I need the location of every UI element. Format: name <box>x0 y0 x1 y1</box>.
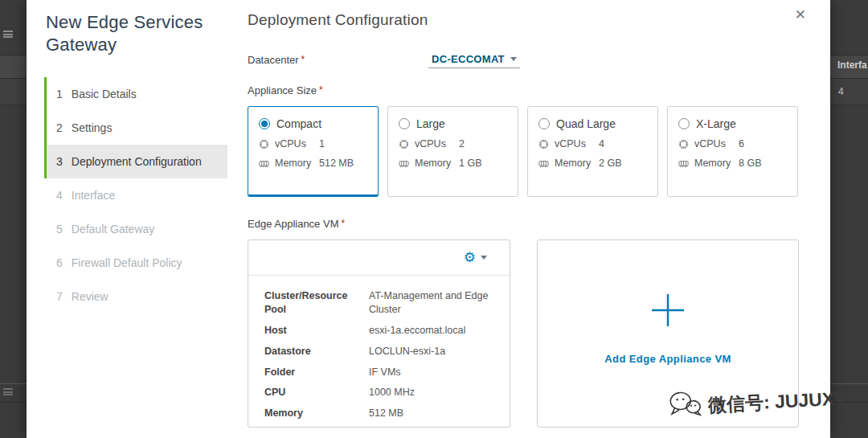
required-marker: * <box>319 84 323 96</box>
vcpus-icon <box>259 139 269 149</box>
background-column-header: Interfa <box>837 59 867 71</box>
step-number: 3 <box>56 155 63 168</box>
step-label: Basic Details <box>72 88 137 100</box>
vm-detail-key: Host <box>264 324 369 338</box>
memory-value: 512 MB <box>319 158 354 169</box>
step-label: Review <box>72 290 108 303</box>
background-menu-icon <box>3 31 13 38</box>
add-edge-vm-label: Add Edge Appliance VM <box>604 353 731 365</box>
memory-icon <box>399 158 409 169</box>
sidebar-step-firewall-default-policy[interactable]: 6 Firewall Default Policy <box>44 246 227 280</box>
vcpus-caption: vCPUs <box>415 138 453 149</box>
chevron-down-icon <box>481 256 487 260</box>
radio-unselected-icon <box>399 118 410 129</box>
sidebar-step-deployment-configuration[interactable]: 3 Deployment Configuration <box>44 145 227 178</box>
step-label: Deployment Configuration <box>72 155 202 168</box>
wizard-steps: 1 Basic Details 2 Settings 3 Deployment … <box>44 77 227 313</box>
appliance-size-label: Appliance Size* <box>248 84 799 96</box>
vm-detail-key: Cluster/Resource Pool <box>264 289 369 317</box>
memory-icon <box>259 158 269 169</box>
vcpus-icon <box>678 139 689 149</box>
edge-vm-card: Cluster/Resource Pool AT-Management and … <box>248 239 510 428</box>
vm-detail-value: 1000 MHz <box>369 386 497 399</box>
edge-appliance-vm-label: Edge Appliance VM* <box>248 218 799 230</box>
sidebar-step-settings[interactable]: 2 Settings <box>44 111 227 145</box>
sidebar-step-default-gateway[interactable]: 5 Default Gateway <box>44 212 227 246</box>
appliance-size-card-large[interactable]: Large vCPUs 2 Memory 1 GB <box>387 106 518 197</box>
vm-detail-key: CPU <box>264 386 369 399</box>
sidebar-step-basic-details[interactable]: 1 Basic Details <box>44 77 227 111</box>
vm-detail-key: Datastore <box>264 345 369 358</box>
vm-detail-row: Datastore LOCLUN-esxi-1a <box>264 345 497 358</box>
size-name: Large <box>416 117 445 130</box>
step-label: Interface <box>72 189 115 202</box>
step-number: 6 <box>56 256 63 269</box>
vm-detail-value: 512 MB <box>369 407 497 420</box>
vm-detail-row: CPU 1000 MHz <box>264 386 497 399</box>
vcpus-value: 6 <box>739 138 744 149</box>
plus-icon <box>649 292 686 332</box>
vm-detail-row: Memory 512 MB <box>264 407 497 420</box>
size-name: Compact <box>276 117 321 130</box>
vcpus-icon <box>399 139 409 149</box>
vm-detail-value: LOCLUN-esxi-1a <box>369 345 497 358</box>
step-number: 1 <box>56 88 63 100</box>
vm-detail-value: esxi-1a.eccomat.local <box>369 324 497 338</box>
step-label: Default Gateway <box>72 223 155 235</box>
memory-value: 1 GB <box>459 158 482 169</box>
vcpus-caption: vCPUs <box>275 138 313 149</box>
wechat-icon <box>668 390 703 424</box>
datacenter-value: DC-ECCOMAT <box>432 53 505 65</box>
vm-actions-button[interactable] <box>464 251 487 264</box>
vm-detail-row: Host esxi-1a.eccomat.local <box>264 324 497 338</box>
wizard-sidebar: New Edge Services Gateway 1 Basic Detail… <box>27 0 227 438</box>
appliance-size-card-x-large[interactable]: X-Large vCPUs 6 Memory 8 GB <box>667 106 798 197</box>
wizard-title: New Edge Services Gateway <box>27 11 227 56</box>
required-marker: * <box>301 54 305 65</box>
wizard-dialog: New Edge Services Gateway 1 Basic Detail… <box>27 0 830 438</box>
radio-unselected-icon <box>538 118 550 129</box>
step-number: 2 <box>56 121 63 134</box>
vcpus-icon <box>538 139 549 149</box>
appliance-size-card-compact[interactable]: Compact vCPUs 1 Memory 512 MB <box>248 106 379 197</box>
memory-icon <box>678 158 689 169</box>
datacenter-select[interactable]: DC-ECCOMAT <box>428 51 520 68</box>
vcpus-value: 2 <box>459 138 465 149</box>
memory-caption: Memory <box>275 158 313 169</box>
appliance-size-options: Compact vCPUs 1 Memory 512 MB Large <box>248 106 799 197</box>
memory-value: 8 GB <box>739 158 762 169</box>
radio-selected-icon <box>259 118 270 129</box>
watermark-text: 微信号: JUJUXV <box>708 386 848 418</box>
vcpus-value: 4 <box>599 138 604 149</box>
vcpus-caption: vCPUs <box>694 138 733 149</box>
vm-detail-value: AT-Management and Edge Cluster <box>369 289 497 317</box>
size-name: X-Large <box>696 117 736 130</box>
background-cell-value: 4 <box>838 86 844 97</box>
step-label: Firewall Default Policy <box>72 256 182 269</box>
step-number: 5 <box>56 223 63 235</box>
gear-icon <box>464 251 476 264</box>
vm-detail-key: Folder <box>264 366 369 379</box>
datacenter-label: Datacenter* <box>248 54 428 66</box>
sidebar-step-review[interactable]: 7 Review <box>44 280 227 313</box>
sidebar-step-interface[interactable]: 4 Interface <box>44 178 227 212</box>
memory-value: 2 GB <box>599 158 622 169</box>
vm-detail-key: Memory <box>264 407 369 420</box>
vm-detail-row: Folder IF VMs <box>264 366 497 379</box>
memory-icon <box>538 158 549 169</box>
required-marker: * <box>341 218 345 229</box>
appliance-size-card-quad-large[interactable]: Quad Large vCPUs 4 Memory 2 GB <box>527 106 658 197</box>
wizard-content: Deployment Configuration ✕ Datacenter* D… <box>227 0 830 438</box>
page-title: Deployment Configuration <box>248 11 799 29</box>
step-number: 4 <box>56 189 63 202</box>
radio-unselected-icon <box>678 118 690 129</box>
vm-detail-value: IF VMs <box>369 366 497 379</box>
background-menu-icon <box>3 388 13 395</box>
vcpus-caption: vCPUs <box>555 138 593 149</box>
chevron-down-icon <box>510 57 517 61</box>
close-button[interactable]: ✕ <box>795 8 806 22</box>
memory-caption: Memory <box>694 158 733 169</box>
memory-caption: Memory <box>555 158 593 169</box>
size-name: Quad Large <box>556 117 616 130</box>
vcpus-value: 1 <box>319 138 325 149</box>
